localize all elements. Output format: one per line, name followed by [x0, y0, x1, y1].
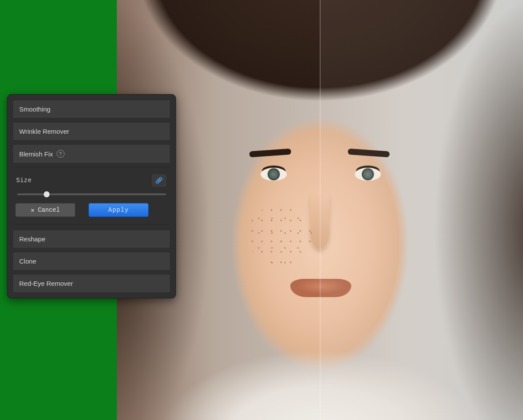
size-slider[interactable]: [17, 193, 166, 195]
cancel-button[interactable]: ✕ Cancel: [15, 203, 75, 217]
size-label: Size: [16, 177, 32, 184]
svg-point-3: [159, 180, 160, 180]
after-overlay: [320, 0, 523, 420]
blemish-fix-controls: Size ✕: [13, 167, 170, 224]
size-slider-thumb[interactable]: [44, 191, 50, 197]
svg-point-2: [158, 180, 159, 181]
face-feature: [248, 205, 313, 266]
help-icon[interactable]: ?: [57, 150, 65, 158]
svg-point-4: [159, 180, 160, 181]
apply-label: Apply: [108, 207, 129, 213]
svg-rect-0: [156, 177, 163, 184]
face-feature: [261, 168, 287, 181]
image-canvas[interactable]: [117, 0, 523, 420]
svg-point-5: [159, 180, 160, 181]
tool-label: Wrinkle Remover: [19, 128, 69, 135]
tool-reshape[interactable]: Reshape: [13, 230, 170, 248]
tool-clone[interactable]: Clone: [13, 252, 170, 271]
tool-label: Red-Eye Remover: [19, 280, 73, 287]
close-icon: ✕: [31, 207, 34, 214]
tool-label: Clone: [19, 257, 36, 265]
tool-wrinkle-remover[interactable]: Wrinkle Remover: [13, 122, 170, 141]
before-after-divider[interactable]: [320, 0, 320, 420]
cancel-label: Cancel: [38, 207, 60, 213]
tool-smoothing[interactable]: Smoothing: [13, 100, 170, 119]
bandage-tool-button[interactable]: [151, 173, 167, 187]
tool-red-eye-remover[interactable]: Red-Eye Remover: [13, 274, 170, 293]
face-feature: [249, 149, 292, 158]
retouch-tools-panel: Smoothing Wrinkle Remover Blemish Fix ? …: [7, 94, 176, 298]
apply-button[interactable]: Apply: [88, 203, 149, 217]
tool-label: Smoothing: [19, 105, 51, 113]
svg-rect-1: [157, 179, 161, 182]
tool-label: Blemish Fix: [19, 150, 53, 158]
tool-blemish-fix[interactable]: Blemish Fix ?: [13, 144, 170, 163]
bandage-icon: [154, 176, 164, 185]
tool-label: Reshape: [19, 235, 45, 243]
